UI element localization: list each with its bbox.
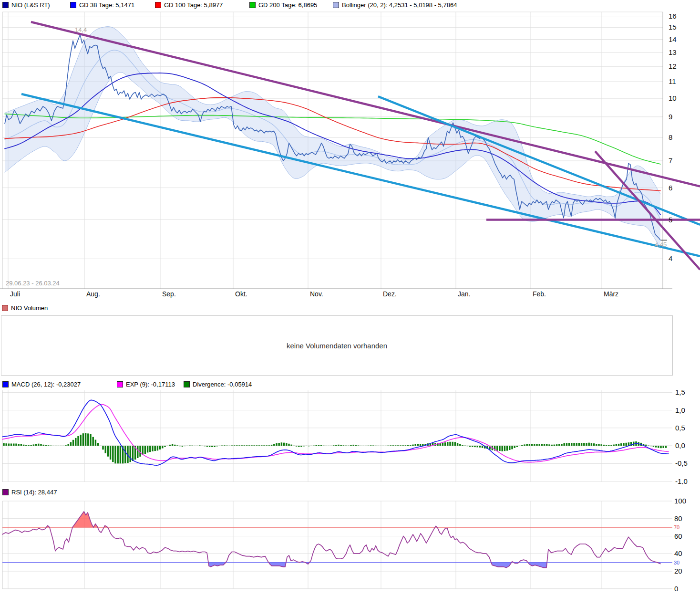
volume-swatch-icon bbox=[2, 305, 8, 311]
gd100-swatch-icon bbox=[155, 2, 161, 8]
bollinger-swatch-icon bbox=[333, 2, 339, 8]
svg-text:13: 13 bbox=[669, 48, 677, 56]
svg-text:0: 0 bbox=[674, 585, 678, 593]
svg-text:7: 7 bbox=[669, 157, 672, 165]
legend-item-volume: NIO Volumen bbox=[2, 304, 48, 311]
svg-text:10: 10 bbox=[669, 94, 677, 102]
svg-text:29.06.23 - 26.03.24: 29.06.23 - 26.03.24 bbox=[6, 280, 60, 287]
macd-swatch-icon bbox=[2, 381, 9, 387]
divergence-swatch-icon bbox=[184, 381, 190, 387]
legend-item-macd: MACD (26, 12): -0,23027 bbox=[2, 381, 81, 387]
svg-text:Sep.: Sep. bbox=[162, 290, 176, 298]
legend-item-gd200: GD 200 Tage: 6,8695 bbox=[249, 1, 317, 8]
svg-text:14,4: 14,4 bbox=[75, 26, 87, 33]
svg-text:100: 100 bbox=[674, 498, 686, 505]
rsi-chart-canvas: 1008060402007030 bbox=[0, 498, 700, 596]
svg-text:Okt.: Okt. bbox=[235, 290, 247, 298]
svg-text:Dez.: Dez. bbox=[383, 290, 397, 298]
svg-text:6: 6 bbox=[669, 184, 672, 192]
legend-label: NIO (L&S RT) bbox=[11, 1, 50, 9]
legend-item-nio: NIO (L&S RT) bbox=[2, 1, 50, 8]
svg-text:1,5: 1,5 bbox=[675, 388, 685, 396]
legend-item-gd100: GD 100 Tage: 5,8977 bbox=[155, 1, 223, 8]
chart-page: NIO (L&S RT) GD 38 Tage: 5,1471 GD 100 T… bbox=[0, 0, 700, 596]
legend-item-exp: EXP (9): -0,17113 bbox=[117, 381, 175, 387]
svg-text:40: 40 bbox=[674, 549, 682, 557]
volume-panel: keine Volumendaten vorhanden bbox=[1, 315, 673, 376]
svg-text:20: 20 bbox=[674, 567, 682, 575]
legend-label: GD 38 Tage: 5,1471 bbox=[79, 1, 134, 9]
legend-label: GD 200 Tage: 6,8695 bbox=[258, 1, 317, 9]
svg-text:4,45: 4,45 bbox=[655, 241, 667, 248]
svg-text:Feb.: Feb. bbox=[533, 290, 546, 298]
legend-label: EXP (9): -0,17113 bbox=[126, 381, 175, 388]
svg-text:1,0: 1,0 bbox=[675, 406, 685, 414]
exp-swatch-icon bbox=[117, 381, 123, 387]
svg-text:Aug.: Aug. bbox=[86, 290, 100, 298]
svg-text:9: 9 bbox=[669, 113, 672, 121]
svg-text:5: 5 bbox=[669, 216, 672, 224]
svg-text:März: März bbox=[604, 290, 618, 298]
svg-text:Juli: Juli bbox=[10, 290, 20, 298]
legend-label: MACD (26, 12): -0,23027 bbox=[11, 381, 81, 388]
svg-text:14: 14 bbox=[669, 35, 677, 43]
macd-chart-canvas: 1,51,00,50,0-0,5-1,0 bbox=[0, 388, 700, 484]
rsi-swatch-icon bbox=[2, 489, 9, 495]
svg-text:0,0: 0,0 bbox=[675, 441, 685, 450]
nio-swatch-icon bbox=[2, 2, 9, 8]
legend-item-gd38: GD 38 Tage: 5,1471 bbox=[70, 1, 134, 8]
svg-text:Jan.: Jan. bbox=[458, 290, 470, 298]
svg-text:30: 30 bbox=[674, 560, 679, 565]
svg-text:15: 15 bbox=[669, 23, 677, 31]
svg-text:11: 11 bbox=[669, 77, 676, 85]
svg-text:80: 80 bbox=[674, 514, 682, 523]
no-volume-message: keine Volumendaten vorhanden bbox=[287, 342, 387, 350]
legend-label: GD 100 Tage: 5,8977 bbox=[164, 1, 223, 9]
svg-text:Nov.: Nov. bbox=[310, 290, 323, 298]
legend-item-rsi: RSI (14): 28,447 bbox=[2, 489, 57, 495]
gd38-swatch-icon bbox=[70, 2, 76, 8]
svg-text:-1,0: -1,0 bbox=[675, 477, 688, 485]
legend-label: Divergence: -0,05914 bbox=[193, 381, 252, 388]
svg-text:16: 16 bbox=[669, 12, 677, 20]
svg-text:-0,5: -0,5 bbox=[675, 459, 688, 467]
legend-item-divergence: Divergence: -0,05914 bbox=[184, 381, 252, 387]
svg-text:4: 4 bbox=[669, 254, 672, 262]
svg-text:70: 70 bbox=[674, 524, 679, 530]
legend-item-bollinger: Bollinger (20, 2): 4,2531 - 5,0198 - 5,7… bbox=[333, 1, 457, 8]
svg-text:60: 60 bbox=[674, 532, 682, 540]
price-chart-canvas: 14,44,4545678910111213141516JuliAug.Sep.… bbox=[0, 10, 700, 301]
legend-label: NIO Volumen bbox=[11, 304, 48, 312]
svg-text:12: 12 bbox=[669, 62, 677, 70]
legend-label: Bollinger (20, 2): 4,2531 - 5,0198 - 5,7… bbox=[342, 1, 457, 9]
legend-label: RSI (14): 28,447 bbox=[11, 489, 57, 496]
svg-text:0,5: 0,5 bbox=[675, 424, 685, 432]
gd200-swatch-icon bbox=[249, 2, 256, 8]
svg-text:8: 8 bbox=[669, 133, 672, 141]
